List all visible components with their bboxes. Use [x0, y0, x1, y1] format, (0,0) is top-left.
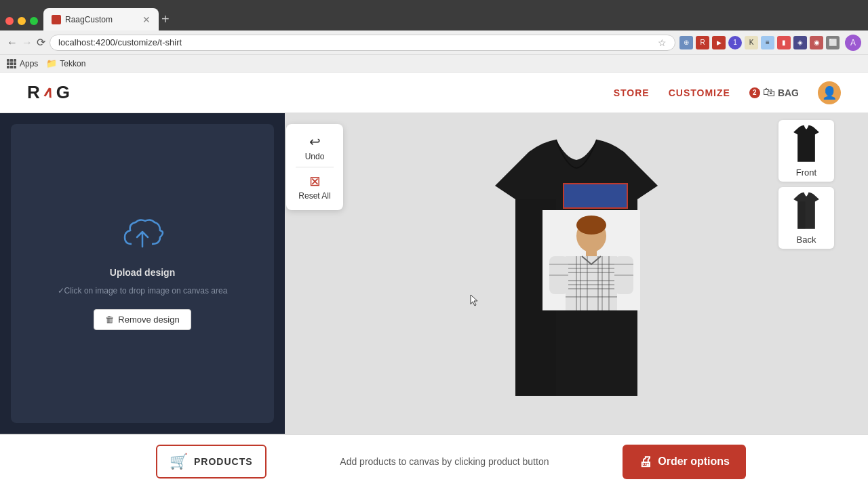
action-divider [296, 167, 334, 167]
tab-close-icon[interactable]: ✕ [142, 14, 151, 25]
address-text: localhost:4200/customize/t-shirt [58, 37, 182, 47]
store-link[interactable]: STORE [614, 87, 650, 98]
extension-icons: ⊕ R ▶ 1 K ≡ ▮ ◈ ◉ ⬜ A [679, 35, 861, 51]
back-thumb-tshirt [787, 191, 825, 232]
folder-label: Tekkon [60, 59, 85, 68]
page: R ∧ G STORE CUSTOMIZE 2 🛍 BAG 👤 [0, 73, 868, 488]
tshirt-container [461, 131, 692, 416]
upload-card: Upload design ✓Click on image to drop im… [11, 124, 274, 423]
ext-8: ◈ [793, 36, 807, 49]
ext-6: ≡ [761, 36, 774, 49]
front-label: Front [796, 167, 816, 178]
traffic-light-red[interactable] [5, 17, 14, 25]
order-icon: 🖨 [639, 454, 652, 470]
refresh-button[interactable]: ⟳ [37, 36, 45, 49]
undo-button[interactable]: ↩ Undo [293, 129, 336, 165]
bag-count-badge: 2 [749, 87, 760, 98]
svg-point-2 [576, 216, 606, 235]
tekkon-bookmark[interactable]: 📁 Tekkon [46, 58, 85, 68]
tab-favicon [52, 15, 61, 24]
browser-tab-active[interactable]: RaagCustom ✕ [43, 8, 159, 30]
ext-3: ▶ [712, 36, 726, 49]
bag-text: BAG [778, 87, 799, 98]
reset-button[interactable]: ⊠ Reset All [293, 169, 336, 205]
upload-cloud-icon[interactable] [121, 217, 164, 259]
design-blue-rect[interactable] [563, 183, 628, 209]
tab-new-button[interactable]: + [161, 12, 170, 27]
upload-hint: ✓Click on image to drop image on canvas … [58, 286, 228, 296]
main-area: Upload design ✓Click on image to drop im… [0, 113, 868, 434]
action-panel: ↩ Undo ⊠ Reset All [286, 124, 343, 210]
ext-4: 1 [728, 36, 742, 49]
bookmarks-bar: Apps 📁 Tekkon [0, 55, 868, 73]
site-header: R ∧ G STORE CUSTOMIZE 2 🛍 BAG 👤 [0, 73, 868, 113]
browser-toolbar: ← → ⟳ localhost:4200/customize/t-shirt ☆… [0, 30, 868, 55]
site-logo: R ∧ G [27, 82, 72, 103]
front-thumb-tshirt [787, 124, 825, 165]
traffic-light-green[interactable] [30, 17, 38, 25]
ext-9: ◉ [810, 36, 823, 49]
back-button[interactable]: ← [7, 37, 18, 49]
reset-icon: ⊠ [309, 173, 321, 189]
ext-1: ⊕ [679, 36, 693, 49]
undo-label: Undo [305, 152, 325, 161]
remove-label: Remove design [118, 314, 179, 325]
bag-icon: 🛍 [763, 85, 775, 100]
front-view-thumb[interactable]: Front [778, 120, 834, 182]
bottom-hint-text: Add products to canvas by clicking produ… [267, 456, 623, 467]
view-panel: Front Back [778, 120, 834, 249]
hint-message: Add products to canvas by clicking produ… [340, 456, 549, 467]
address-bar[interactable]: localhost:4200/customize/t-shirt ☆ [50, 35, 675, 51]
upload-label[interactable]: Upload design [110, 267, 175, 278]
products-icon: 🛒 [170, 453, 189, 470]
traffic-lights [5, 17, 38, 25]
undo-icon: ↩ [309, 134, 321, 150]
logo-arc: ∧ [41, 82, 58, 102]
remove-design-button[interactable]: 🗑 Remove design [94, 309, 191, 330]
star-icon: ☆ [658, 37, 667, 48]
ext-2: R [696, 36, 709, 49]
reset-label: Reset All [298, 191, 330, 201]
back-view-thumb[interactable]: Back [778, 187, 834, 249]
apps-grid-icon [7, 59, 16, 68]
apps-bookmark[interactable]: Apps [7, 59, 38, 68]
design-panel: Upload design ✓Click on image to drop im… [0, 113, 285, 434]
ext-10: ⬜ [826, 36, 840, 49]
order-label: Order options [658, 455, 730, 468]
products-label: PRODUCTS [194, 456, 253, 467]
traffic-light-yellow[interactable] [18, 17, 26, 25]
site-nav: STORE CUSTOMIZE 2 🛍 BAG 👤 [72, 81, 841, 104]
trash-icon: 🗑 [105, 314, 114, 325]
ext-5: K [745, 36, 758, 49]
design-photo-element[interactable] [542, 210, 640, 310]
products-button[interactable]: 🛒 PRODUCTS [156, 445, 267, 479]
folder-icon: 📁 [46, 58, 57, 68]
logo-g: G [56, 82, 72, 103]
browser-chrome: RaagCustom ✕ + [0, 0, 868, 30]
apps-label: Apps [20, 59, 38, 68]
bottom-bar: 🛒 PRODUCTS Add products to canvas by cli… [0, 434, 868, 488]
ext-7: ▮ [777, 36, 791, 49]
bag-nav[interactable]: 2 🛍 BAG [749, 85, 799, 100]
order-options-button[interactable]: 🖨 Order options [623, 445, 746, 479]
user-avatar[interactable]: 👤 [818, 81, 841, 104]
forward-button[interactable]: → [22, 37, 33, 49]
tab-title: RaagCustom [65, 15, 138, 24]
back-label: Back [797, 235, 816, 245]
profile-avatar[interactable]: A [845, 35, 861, 51]
customize-link[interactable]: CUSTOMIZE [669, 87, 730, 98]
logo-r: R [27, 82, 42, 103]
